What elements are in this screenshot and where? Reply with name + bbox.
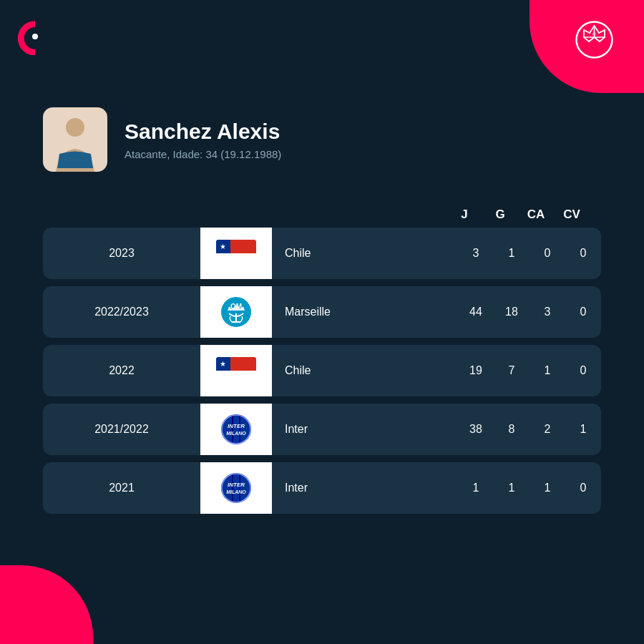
stat-g: 18 (494, 306, 530, 318)
chile-blue: ★ (216, 240, 230, 253)
stat-j: 44 (458, 306, 494, 318)
chile-red (230, 357, 256, 371)
chile-red (230, 240, 256, 253)
player-details: Atacante, Idade: 34 (19.12.1988) (125, 148, 281, 160)
inter-logo-icon: INTER MILANO (219, 471, 253, 505)
svg-line-5 (589, 37, 595, 42)
chile-flag-icon: ★ (216, 240, 256, 267)
team-name-cell: Chile (272, 364, 458, 377)
chile-white (216, 371, 256, 384)
season-cell: 2022/2023 (43, 294, 200, 330)
chile-blue: ★ (216, 357, 230, 371)
team-name-cell: Chile (272, 247, 458, 260)
chile-star: ★ (220, 243, 226, 250)
svg-rect-15 (233, 414, 239, 445)
table-row: 2021 INTER MILANO Inter 1 1 1 0 (43, 462, 601, 514)
svg-text:MILANO: MILANO (226, 489, 246, 494)
chile-flag-icon: ★ (216, 357, 256, 384)
season-cell: 2021/2022 (43, 411, 200, 447)
stat-cv: 0 (565, 247, 601, 260)
stat-g: 7 (494, 364, 530, 377)
stat-g: 8 (494, 423, 530, 436)
table-header: J G CA CV (43, 208, 601, 222)
chile-white (216, 253, 256, 267)
stat-ca: 1 (530, 364, 565, 377)
table-row: 2023 ★ Chile 3 1 0 0 (43, 228, 601, 279)
player-name: Sanchez Alexis (125, 119, 281, 144)
player-info: Sanchez Alexis Atacante, Idade: 34 (19.1… (125, 119, 281, 160)
stat-j: 1 (458, 482, 494, 494)
season-cell: 2022 (43, 353, 200, 389)
header-ca: CA (518, 208, 554, 222)
svg-point-10 (220, 296, 252, 328)
stat-cv: 1 (565, 423, 601, 436)
flag-cell: ★ (200, 345, 272, 396)
team-name-cell: Inter (272, 423, 458, 436)
chile-star: ★ (220, 360, 226, 368)
season-cell: 2021 (43, 470, 200, 506)
svg-rect-22 (233, 472, 239, 504)
stat-ca: 1 (530, 482, 565, 494)
table-row: 2021/2022 INTER MILANO Inter 38 (43, 404, 601, 455)
stat-cv: 0 (565, 364, 601, 377)
header-g: G (482, 208, 518, 222)
svg-line-4 (595, 37, 600, 42)
svg-text:MILANO: MILANO (226, 431, 246, 436)
marseille-logo-icon: OM (219, 295, 253, 329)
stat-ca: 0 (530, 247, 565, 260)
flag-cell: OM (200, 286, 272, 338)
table-row: 2022 ★ Chile 19 7 1 0 (43, 345, 601, 396)
header-cv: CV (554, 208, 590, 222)
stat-g: 1 (494, 247, 530, 260)
stat-j: 3 (458, 247, 494, 260)
stat-ca: 3 (530, 306, 565, 318)
player-photo (43, 107, 107, 172)
svg-marker-8 (592, 30, 597, 37)
team-name-cell: Marseille (272, 306, 458, 318)
soccer-ball-icon (575, 20, 614, 59)
stat-ca: 2 (530, 423, 565, 436)
stat-cv: 0 (565, 306, 601, 318)
stat-j: 38 (458, 423, 494, 436)
svg-text:INTER: INTER (228, 482, 245, 488)
table-row: 2022/2023 OM Marseille 44 18 3 0 (43, 286, 601, 338)
flag-cell: INTER MILANO (200, 462, 272, 514)
flag-cell: ★ (200, 228, 272, 279)
season-cell: 2023 (43, 235, 200, 271)
app-logo (16, 16, 59, 55)
stat-cv: 0 (565, 482, 601, 494)
inter-logo-icon: INTER MILANO (219, 412, 253, 447)
svg-point-0 (32, 34, 38, 39)
svg-point-9 (66, 118, 84, 137)
team-name-cell: Inter (272, 482, 458, 494)
stat-j: 19 (458, 364, 494, 377)
svg-text:INTER: INTER (228, 423, 245, 429)
player-section: Sanchez Alexis Atacante, Idade: 34 (19.1… (43, 107, 281, 172)
bottom-left-decoration (0, 565, 93, 644)
stats-table: J G CA CV 2023 ★ Chile 3 1 0 0 2022/2 (43, 208, 601, 521)
header-j: J (447, 208, 482, 222)
stat-g: 1 (494, 482, 530, 494)
flag-cell: INTER MILANO (200, 404, 272, 455)
